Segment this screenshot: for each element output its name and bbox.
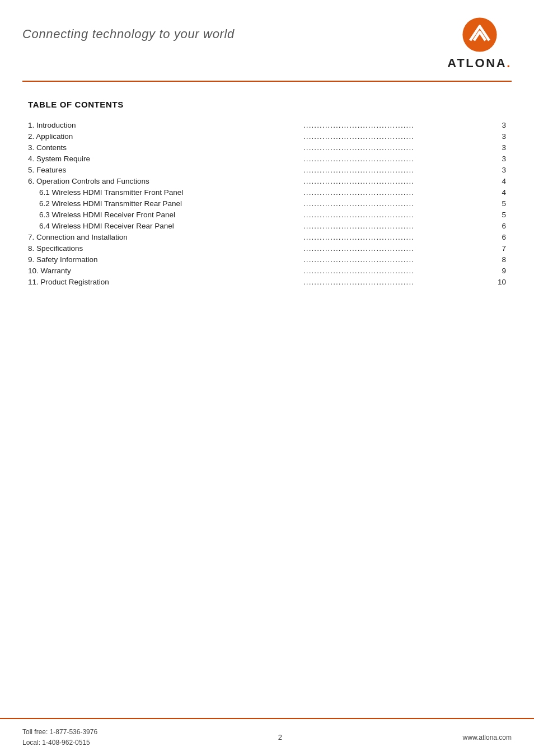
toc-row: 1. Introduction.........................… (28, 119, 506, 130)
toc-page: 6 (479, 220, 506, 231)
toc-label: 8. Specifications (28, 242, 303, 254)
toc-dots: ........................................… (303, 119, 479, 130)
toc-page: 4 (479, 186, 506, 198)
local-label: Local: (22, 739, 42, 746)
toc-row: 9. Safety Information...................… (28, 254, 506, 265)
footer: Toll free: 1-877-536-3976 Local: 1-408-9… (0, 718, 534, 756)
local-line: Local: 1-408-962-0515 (22, 738, 97, 748)
toc-label: 6.4 Wireless HDMI Receiver Rear Panel (28, 220, 303, 231)
toc-dots: ........................................… (303, 242, 479, 254)
toc-page: 7 (479, 242, 506, 254)
page-wrapper: Connecting technology to your world ATLO… (0, 0, 534, 756)
toc-page: 3 (479, 164, 506, 175)
toc-page: 5 (479, 209, 506, 220)
toc-dots: ........................................… (303, 276, 479, 287)
toc-label: 4. System Require (28, 153, 303, 164)
logo-name: ATLONA (447, 56, 507, 70)
toc-row: 4. System Require.......................… (28, 153, 506, 164)
toc-dots: ........................................… (303, 142, 479, 153)
toc-label: 5. Features (28, 164, 303, 175)
toc-row: 7. Connection and Installation..........… (28, 231, 506, 242)
toc-row: 10. Warranty............................… (28, 265, 506, 276)
toc-label: 2. Application (28, 130, 303, 142)
toc-dots: ........................................… (303, 186, 479, 198)
toc-row: 6.1 Wireless HDMI Transmitter Front Pane… (28, 186, 506, 198)
toc-dots: ........................................… (303, 265, 479, 276)
toc-label: 6. Operation Controls and Functions (28, 175, 303, 186)
toc-label: 6.3 Wireless HDMI Receiver Front Panel (28, 209, 303, 220)
toc-page: 8 (479, 254, 506, 265)
toc-dots: ........................................… (303, 209, 479, 220)
logo-container: ATLONA. (447, 16, 512, 71)
toll-free-line: Toll free: 1-877-536-3976 (22, 727, 97, 738)
page-number: 2 (278, 733, 282, 741)
toc-page: 6 (479, 231, 506, 242)
toc-page: 5 (479, 198, 506, 209)
toc-row: 5. Features.............................… (28, 164, 506, 175)
footer-website: www.atlona.com (463, 734, 512, 741)
toc-page: 3 (479, 130, 506, 142)
toc-label: 3. Contents (28, 142, 303, 153)
toc-dots: ........................................… (303, 130, 479, 142)
toc-row: 3. Contents.............................… (28, 142, 506, 153)
toc-row: 6.3 Wireless HDMI Receiver Front Panel..… (28, 209, 506, 220)
toc-page: 3 (479, 119, 506, 130)
toll-free-number: 1-877-536-3976 (50, 728, 97, 736)
toc-page: 10 (479, 276, 506, 287)
toc-dots: ........................................… (303, 164, 479, 175)
toc-dots: ........................................… (303, 198, 479, 209)
tagline: Connecting technology to your world (22, 16, 235, 41)
svg-point-0 (462, 17, 496, 52)
toc-dots: ........................................… (303, 220, 479, 231)
toc-label: 6.1 Wireless HDMI Transmitter Front Pane… (28, 186, 303, 198)
footer-left: Toll free: 1-877-536-3976 Local: 1-408-9… (22, 727, 97, 748)
toc-row: 2. Application..........................… (28, 130, 506, 142)
toc-dots: ........................................… (303, 153, 479, 164)
toc-dots: ........................................… (303, 254, 479, 265)
toc-page: 3 (479, 153, 506, 164)
toc-row: 6. Operation Controls and Functions.....… (28, 175, 506, 186)
toc-label: 7. Connection and Installation (28, 231, 303, 242)
toc-label: 10. Warranty (28, 265, 303, 276)
toc-row: 11. Product Registration................… (28, 276, 506, 287)
atlona-icon (461, 16, 499, 54)
toc-row: 6.2 Wireless HDMI Transmitter Rear Panel… (28, 198, 506, 209)
logo-text: ATLONA. (447, 56, 512, 71)
toc-row: 8. Specifications.......................… (28, 242, 506, 254)
logo-dot: . (507, 56, 512, 70)
header: Connecting technology to your world ATLO… (0, 0, 534, 71)
toc-label: 11. Product Registration (28, 276, 303, 287)
toc-dots: ........................................… (303, 231, 479, 242)
local-number: 1-408-962-0515 (42, 739, 90, 746)
toc-page: 4 (479, 175, 506, 186)
toc-title: TABLE OF CONTENTS (28, 100, 506, 109)
toc-label: 6.2 Wireless HDMI Transmitter Rear Panel (28, 198, 303, 209)
toc-row: 6.4 Wireless HDMI Receiver Rear Panel...… (28, 220, 506, 231)
toc-page: 9 (479, 265, 506, 276)
toc-label: 1. Introduction (28, 119, 303, 130)
main-content: TABLE OF CONTENTS 1. Introduction.......… (0, 82, 534, 718)
toc-dots: ........................................… (303, 175, 479, 186)
toc-table: 1. Introduction.........................… (28, 119, 506, 287)
toll-free-label: Toll free: (22, 728, 50, 736)
toc-label: 9. Safety Information (28, 254, 303, 265)
toc-page: 3 (479, 142, 506, 153)
